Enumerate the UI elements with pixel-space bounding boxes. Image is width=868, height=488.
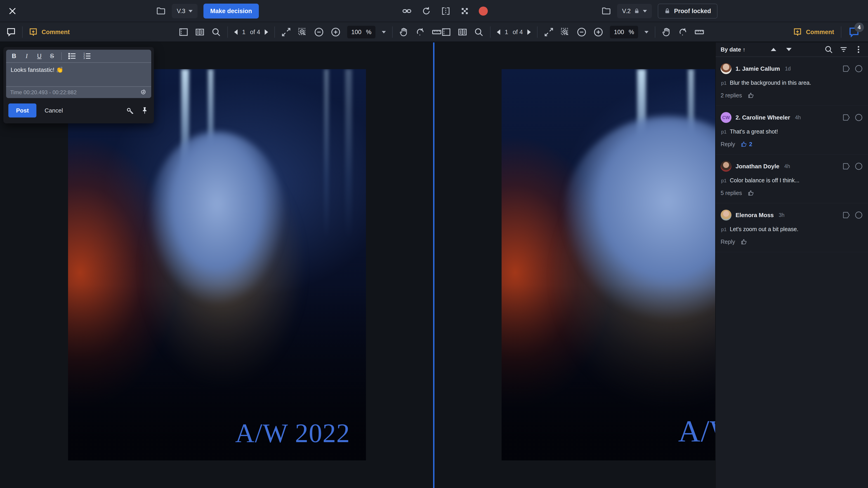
kebab-menu-icon[interactable]: [854, 45, 863, 54]
italic-button[interactable]: I: [23, 53, 30, 60]
fit-expand-icon[interactable]: [544, 27, 554, 37]
search-icon[interactable]: [211, 27, 221, 37]
divider: [227, 26, 228, 38]
like-count: 2: [749, 141, 752, 148]
bullet-list-button[interactable]: [68, 52, 76, 61]
comment-time: 1d: [785, 66, 791, 72]
comments-toggle-button[interactable]: 4: [848, 26, 860, 38]
reply-link[interactable]: Reply: [721, 141, 735, 148]
zoom-region-icon[interactable]: [298, 27, 307, 37]
zoom-in-icon[interactable]: [331, 27, 341, 37]
lock-icon: [634, 8, 640, 14]
version-dropdown-left[interactable]: V.3: [172, 4, 197, 18]
status-circle-icon[interactable]: [855, 162, 863, 170]
chevron-down-icon: [643, 10, 647, 12]
reply-link[interactable]: Reply: [721, 238, 735, 245]
comment-text: Blur the background in this area.: [730, 79, 811, 86]
comment-item[interactable]: 1. Jamie Callum 1d p1 Blur the backgroun…: [716, 57, 868, 106]
comment-time: 3h: [779, 212, 784, 218]
ruler-icon[interactable]: [432, 27, 442, 37]
refresh-icon[interactable]: [421, 6, 431, 16]
prev-page-icon[interactable]: [497, 29, 500, 35]
add-comment-button[interactable]: Comment: [793, 27, 834, 37]
checkerboard-icon[interactable]: [460, 6, 469, 15]
record-icon[interactable]: [479, 6, 488, 15]
comment-item[interactable]: Jonathan Doyle 4h p1 Color balance is of…: [716, 155, 868, 203]
status-circle-icon[interactable]: [855, 113, 863, 122]
post-button[interactable]: Post: [8, 103, 36, 118]
like-button[interactable]: [747, 190, 756, 196]
sort-desc-icon[interactable]: [786, 48, 792, 51]
status-circle-icon[interactable]: [855, 211, 863, 219]
time-range-input[interactable]: Time 00:20.493 - 00:22:882: [6, 86, 151, 98]
close-icon[interactable]: [7, 5, 18, 17]
next-page-icon[interactable]: [527, 29, 531, 35]
rotate-icon[interactable]: [415, 27, 425, 37]
divider: [392, 26, 393, 38]
page-number: 1: [505, 29, 508, 36]
thumbnails-panel-icon[interactable]: [179, 27, 188, 37]
proof-image-left[interactable]: A/W 2022: [68, 69, 366, 460]
pan-hand-icon[interactable]: [662, 27, 672, 37]
proof-image-right[interactable]: A/W 2022: [502, 69, 715, 460]
prev-page-icon[interactable]: [234, 29, 238, 35]
spread-view-icon[interactable]: [195, 27, 205, 37]
fit-expand-icon[interactable]: [281, 27, 291, 37]
rotate-icon[interactable]: [678, 27, 688, 37]
zoom-region-icon[interactable]: [560, 27, 570, 37]
bold-button[interactable]: B: [11, 53, 18, 60]
version-dropdown-right[interactable]: V.2: [617, 4, 652, 18]
like-button[interactable]: [741, 238, 749, 245]
folder-icon[interactable]: [156, 6, 166, 16]
comment-marker-icon[interactable]: [842, 113, 851, 121]
comment-text-input[interactable]: Looks fanstastic! 👏: [6, 63, 151, 86]
svg-text:3: 3: [84, 57, 85, 59]
chevron-down-icon[interactable]: [382, 31, 386, 33]
comment-marker-icon[interactable]: [842, 162, 851, 170]
divider: [655, 26, 655, 38]
ruler-icon[interactable]: [694, 27, 705, 37]
comment-marker-icon[interactable]: [842, 65, 851, 72]
zoom-level-input[interactable]: 100 %: [347, 26, 375, 38]
zoom-value: 100: [614, 29, 624, 36]
make-decision-button[interactable]: Make decision: [204, 4, 259, 19]
page-total: of 4: [513, 29, 523, 36]
comment-item[interactable]: CW 2. Caroline Wheeler 4h p1 That's a gr…: [716, 106, 868, 155]
comment-marker-icon[interactable]: [842, 211, 851, 219]
comment-page-ref: p1: [721, 129, 726, 135]
link-icon[interactable]: [402, 6, 412, 16]
search-icon[interactable]: [824, 45, 833, 54]
comment-plus-icon: [29, 27, 38, 37]
comment-item[interactable]: Elenora Moss 3h p1 Let's zoom out a bit …: [716, 203, 868, 252]
like-button[interactable]: 2: [741, 141, 752, 148]
chevron-down-icon[interactable]: [645, 31, 649, 33]
strikethrough-button[interactable]: S: [49, 53, 55, 60]
next-page-icon[interactable]: [265, 29, 268, 35]
sort-by-date-button[interactable]: By date ↑: [721, 46, 745, 53]
search-icon[interactable]: [474, 27, 484, 37]
status-circle-icon[interactable]: [855, 64, 863, 73]
zoom-out-icon[interactable]: [577, 27, 587, 37]
compare-pages-icon[interactable]: [441, 6, 451, 16]
cancel-button[interactable]: Cancel: [44, 107, 63, 114]
replies-link[interactable]: 2 replies: [721, 92, 742, 99]
folder-icon[interactable]: [601, 6, 611, 16]
underline-button[interactable]: U: [36, 53, 43, 60]
lock-icon: [664, 8, 671, 14]
pin-icon[interactable]: [141, 106, 149, 115]
speech-bubble-icon[interactable]: [6, 27, 16, 37]
spread-view-icon[interactable]: [458, 27, 467, 37]
key-icon[interactable]: [126, 106, 134, 115]
thumbnails-panel-icon[interactable]: [441, 27, 451, 37]
sort-asc-icon[interactable]: [771, 48, 776, 51]
add-comment-button[interactable]: Comment: [29, 27, 70, 37]
zoom-in-icon[interactable]: [593, 27, 603, 37]
replies-link[interactable]: 5 replies: [721, 190, 742, 196]
zoom-level-input[interactable]: 100 %: [610, 26, 638, 38]
attachment-icon[interactable]: [140, 89, 147, 96]
pan-hand-icon[interactable]: [399, 27, 409, 37]
numbered-list-button[interactable]: 123: [83, 52, 92, 61]
filter-icon[interactable]: [839, 45, 848, 54]
zoom-out-icon[interactable]: [314, 27, 324, 37]
like-button[interactable]: [747, 92, 756, 99]
